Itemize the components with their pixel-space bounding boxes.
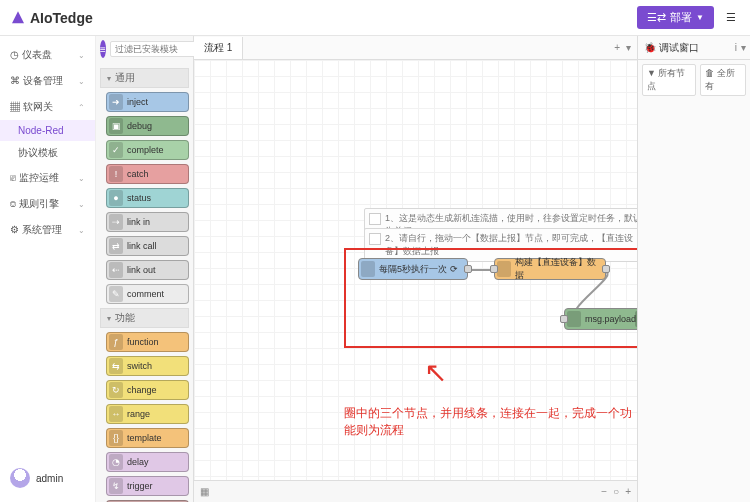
palette-node-function[interactable]: ƒfunction	[106, 332, 189, 352]
node-label: trigger	[127, 481, 153, 491]
template-icon: {}	[109, 430, 123, 446]
link in-icon: ⇢	[109, 214, 123, 230]
debug-icon: ▣	[109, 118, 123, 134]
node-label: 每隔5秒执行一次 ⟳	[379, 263, 458, 276]
node-label: link call	[127, 241, 157, 251]
palette-node-delay[interactable]: ◔delay	[106, 452, 189, 472]
palette-node-change[interactable]: ↻change	[106, 380, 189, 400]
gateway-icon: ▦	[10, 101, 23, 112]
palette-node-inject[interactable]: ➜inject	[106, 92, 189, 112]
zoom-out-button[interactable]: −	[601, 486, 607, 497]
node-label: function	[127, 337, 159, 347]
node-inject[interactable]: 每隔5秒执行一次 ⟳	[358, 258, 468, 280]
palette-category[interactable]: 通用	[100, 68, 189, 88]
palette-category[interactable]: 功能	[100, 308, 189, 328]
inject-icon: ➜	[109, 94, 123, 110]
chevron-down-icon: ▼	[696, 13, 704, 22]
node-label: link in	[127, 217, 150, 227]
node-label: status	[127, 193, 151, 203]
inject-icon	[361, 261, 375, 277]
comment-icon: ✎	[109, 286, 123, 302]
add-tab-button[interactable]: +	[614, 42, 620, 53]
canvas[interactable]: 1、这是动态生成新机连流描，使用时，往参设置定时任务，默认为关闭。 2、请自行，…	[194, 60, 637, 480]
avatar	[10, 468, 30, 488]
palette: ≡ 通用➜inject▣debug✓complete!catch●status⇢…	[96, 36, 194, 502]
device-icon: ⌘	[10, 75, 23, 86]
palette-node-trigger[interactable]: ↯trigger	[106, 476, 189, 496]
sidebar-tab-debug[interactable]: 🐞 调试窗口	[638, 37, 705, 59]
brand: AIoTedge	[10, 10, 93, 26]
filter-all-nodes[interactable]: ▼ 所有节点	[642, 64, 696, 96]
nav-device[interactable]: ⌘ 设备管理⌄	[0, 68, 95, 94]
palette-node-link-out[interactable]: ⇠link out	[106, 260, 189, 280]
nav-monitor[interactable]: ⎚ 监控运维⌄	[0, 165, 95, 191]
sidebar-menu-button[interactable]: ▾	[741, 42, 746, 53]
monitor-icon: ⎚	[10, 172, 19, 183]
workspace-footer: ▦ − ○ +	[194, 480, 637, 502]
node-label: change	[127, 385, 157, 395]
topbar: AIoTedge ☰⇄ 部署 ▼ ☰	[0, 0, 750, 36]
gauge-icon: ◷	[10, 49, 22, 60]
palette-node-range[interactable]: ↔range	[106, 404, 189, 424]
change-icon: ↻	[109, 382, 123, 398]
palette-node-complete[interactable]: ✓complete	[106, 140, 189, 160]
sidebar-info-button[interactable]: i	[735, 42, 737, 53]
palette-node-catch[interactable]: !catch	[106, 164, 189, 184]
catch-icon: !	[109, 166, 123, 182]
palette-node-status[interactable]: ●status	[106, 188, 189, 208]
status-icon: ●	[109, 190, 123, 206]
bug-icon: 🐞	[644, 42, 656, 53]
tabs-menu-button[interactable]: ▾	[626, 42, 631, 53]
nav-user[interactable]: admin	[0, 460, 95, 496]
sidebar: 🐞 调试窗口 i ▾ ▼ 所有节点 🗑 全所有	[638, 36, 750, 502]
nav-system[interactable]: ⚙ 系统管理⌄	[0, 217, 95, 243]
node-label: delay	[127, 457, 149, 467]
workspace: 流程 1 + ▾ 1、这是动态生成新机连流描，使用时，往参设置定时任务，默认为关…	[194, 36, 638, 502]
function-icon	[497, 261, 511, 277]
rules-icon: ⎊	[10, 198, 19, 209]
debug-icon	[567, 311, 581, 327]
node-label: debug	[127, 121, 152, 131]
link call-icon: ⇄	[109, 238, 123, 254]
link out-icon: ⇠	[109, 262, 123, 278]
palette-toggle[interactable]: ≡	[100, 40, 106, 58]
palette-node-link-in[interactable]: ⇢link in	[106, 212, 189, 232]
main-menu-button[interactable]: ☰	[722, 7, 740, 28]
range-icon: ↔	[109, 406, 123, 422]
deploy-label: 部署	[670, 10, 692, 25]
system-icon: ⚙	[10, 224, 22, 235]
deploy-icon: ☰⇄	[647, 11, 666, 24]
nav-dashboard[interactable]: ◷ 仪表盘⌄	[0, 42, 95, 68]
palette-node-debug[interactable]: ▣debug	[106, 116, 189, 136]
nav-gateway[interactable]: ▦ 软网关⌃	[0, 94, 95, 120]
nav-nodered[interactable]: Node-Red	[0, 120, 95, 141]
brand-text: AIoTedge	[30, 10, 93, 26]
filter-clear[interactable]: 🗑 全所有	[700, 64, 746, 96]
node-label: 构建【直连设备】数据	[515, 256, 599, 282]
nav-protocol[interactable]: 协议模板	[0, 141, 95, 165]
zoom-in-button[interactable]: +	[625, 486, 631, 497]
function-icon: ƒ	[109, 334, 123, 350]
palette-node-comment[interactable]: ✎comment	[106, 284, 189, 304]
node-label: msg.payload	[585, 314, 636, 324]
delay-icon: ◔	[109, 454, 123, 470]
palette-node-link-call[interactable]: ⇄link call	[106, 236, 189, 256]
palette-node-template[interactable]: {}template	[106, 428, 189, 448]
navigator-button[interactable]: ▦	[200, 486, 209, 497]
nav-rules[interactable]: ⎊ 规则引擎⌄	[0, 191, 95, 217]
user-label: admin	[36, 473, 63, 484]
node-label: switch	[127, 361, 152, 371]
palette-node-switch[interactable]: ⇆switch	[106, 356, 189, 376]
node-label: catch	[127, 169, 149, 179]
deploy-button[interactable]: ☰⇄ 部署 ▼	[637, 6, 714, 29]
logo-icon	[10, 10, 26, 26]
node-function[interactable]: 构建【直连设备】数据	[494, 258, 606, 280]
flow-tab[interactable]: 流程 1	[194, 37, 243, 59]
node-debug[interactable]: msg.payload	[564, 308, 637, 330]
leftnav: ◷ 仪表盘⌄ ⌘ 设备管理⌄ ▦ 软网关⌃ Node-Red 协议模板 ⎚ 监控…	[0, 36, 96, 502]
annotation-arrow-icon: ↖	[424, 356, 447, 389]
node-label: complete	[127, 145, 164, 155]
node-label: range	[127, 409, 150, 419]
complete-icon: ✓	[109, 142, 123, 158]
zoom-reset-button[interactable]: ○	[613, 486, 619, 497]
